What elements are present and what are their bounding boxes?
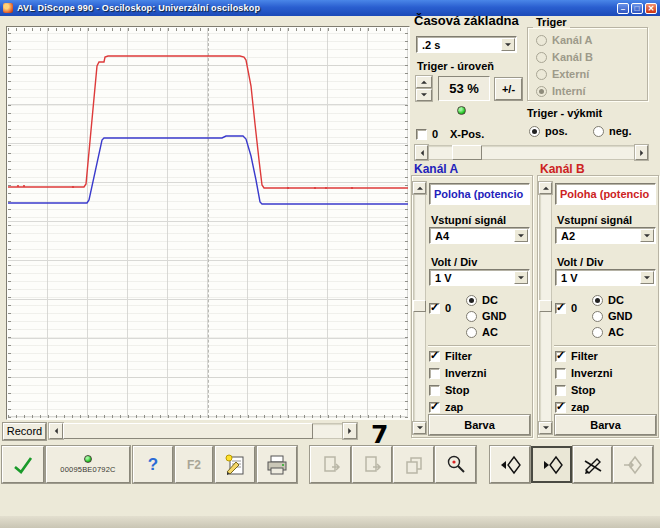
zap-checkbox[interactable] (555, 402, 566, 413)
position-up-button[interactable] (413, 182, 426, 194)
radio-dc[interactable] (466, 295, 477, 306)
radio-interni[interactable] (536, 86, 547, 97)
arrow-up-icon (543, 184, 549, 190)
radio-gnd[interactable] (466, 311, 477, 322)
device-button[interactable]: 00095BE0792C (46, 446, 130, 483)
record-scroll-right-button[interactable] (343, 423, 357, 439)
timebase-heading: Časová základna (414, 13, 519, 28)
close-button[interactable]: ✕ (645, 3, 657, 14)
barva-button[interactable]: Barva (555, 415, 656, 435)
filter-checkbox[interactable] (429, 351, 440, 362)
zap-checkbox[interactable] (429, 402, 440, 413)
input-signal-label: Vstupní signál (431, 214, 506, 226)
timebase-dropdown-button[interactable] (501, 38, 515, 51)
pencil-slash-icon (580, 453, 606, 477)
position-up-button[interactable] (539, 182, 552, 194)
help-icon: ? (148, 455, 158, 475)
radio-kanal-b-label: Kanál B (552, 51, 593, 63)
marker-right-icon (539, 453, 565, 477)
trigger-slope-toggle-button[interactable]: +/- (495, 78, 522, 100)
arrow-up-icon (417, 184, 423, 190)
print-button[interactable] (257, 446, 297, 483)
xpos-scroll-left-button[interactable] (415, 145, 428, 160)
radio-kanal-b[interactable] (536, 52, 547, 63)
radio-externi-label: Externí (552, 68, 589, 80)
xpos-zero-checkbox[interactable] (416, 129, 427, 140)
radio-neg-label: neg. (609, 125, 632, 137)
radio-dc[interactable] (592, 295, 603, 306)
xpos-scroll-thumb[interactable] (452, 145, 482, 160)
confirm-button[interactable] (2, 446, 44, 483)
marker-next-button[interactable] (531, 446, 572, 483)
record-scroll-thumb[interactable] (63, 423, 313, 439)
voltdiv-dropdown-button[interactable] (514, 271, 528, 284)
input-signal-select[interactable]: A2 (555, 227, 656, 244)
input-signal-select[interactable]: A4 (429, 227, 530, 244)
filter-checkbox[interactable] (555, 351, 566, 362)
radio-neg[interactable] (593, 126, 604, 137)
copy-pages-icon (402, 453, 426, 477)
record-button[interactable]: Record (3, 423, 46, 440)
export-2-button[interactable] (352, 446, 392, 483)
input-dropdown-button[interactable] (514, 229, 528, 242)
position-field[interactable]: Poloha (potencio (555, 183, 656, 205)
scope-display[interactable] (8, 28, 408, 418)
timebase-value: .2 s (422, 39, 499, 51)
xpos-scroll-right-button[interactable] (635, 145, 648, 160)
scope-display-frame (6, 26, 410, 420)
oscilloscope-window: AVL DiScope 990 - Osciloskop: Univerzáln… (0, 0, 660, 528)
position-down-button[interactable] (413, 422, 426, 434)
check-icon (11, 454, 35, 476)
position-slider-thumb[interactable] (413, 300, 426, 312)
stop-checkbox[interactable] (555, 385, 566, 396)
radio-ac-label: AC (482, 326, 498, 338)
radio-gnd[interactable] (592, 311, 603, 322)
position-field[interactable]: Poloha (potencio (429, 183, 530, 205)
radio-externi[interactable] (536, 69, 547, 80)
window-bottom-edge (0, 516, 660, 528)
trigger-level-down-button[interactable] (416, 89, 432, 101)
stop-checkbox[interactable] (429, 385, 440, 396)
radio-ac-label: AC (608, 326, 624, 338)
position-down-button[interactable] (539, 422, 552, 434)
marker-prev-button[interactable] (490, 446, 530, 483)
voltdiv-select[interactable]: 1 V (555, 269, 656, 286)
radio-gnd-label: GND (608, 310, 632, 322)
xpos-scrollbar[interactable] (415, 145, 648, 160)
zoom-button[interactable] (435, 446, 476, 483)
device-led-icon (84, 455, 92, 463)
voltdiv-dropdown-button[interactable] (640, 271, 654, 284)
device-id: 00095BE0792C (60, 465, 115, 474)
zero-checkbox[interactable] (429, 303, 440, 314)
radio-dc-label: DC (482, 294, 498, 306)
timebase-select[interactable]: .2 s (416, 36, 517, 53)
inverzni-checkbox[interactable] (555, 368, 566, 379)
export-1-button[interactable] (310, 446, 351, 483)
scope-traces (8, 28, 408, 418)
help-button[interactable]: ? (133, 446, 173, 483)
minimize-button[interactable]: – (617, 3, 629, 14)
input-dropdown-button[interactable] (640, 229, 654, 242)
record-scroll-left-button[interactable] (49, 423, 63, 439)
radio-kanal-a[interactable] (536, 35, 547, 46)
page-export-icon (319, 453, 343, 477)
report-button[interactable] (215, 446, 255, 483)
stop-label: Stop (445, 384, 469, 396)
voltdiv-select[interactable]: 1 V (429, 269, 530, 286)
radio-ac[interactable] (466, 327, 477, 338)
zero-checkbox[interactable] (555, 303, 566, 314)
barva-button[interactable]: Barva (429, 415, 530, 435)
zero-label: 0 (445, 302, 451, 314)
restore-button[interactable]: □ (631, 3, 643, 14)
goto-button[interactable] (613, 446, 653, 483)
inverzni-checkbox[interactable] (429, 368, 440, 379)
copy-button[interactable] (393, 446, 434, 483)
radio-ac[interactable] (592, 327, 603, 338)
radio-pos[interactable] (529, 126, 540, 137)
f2-button[interactable]: F2 (175, 446, 213, 483)
chevron-down-icon (518, 234, 524, 240)
position-slider-thumb[interactable] (539, 300, 552, 312)
no-edit-button[interactable] (573, 446, 612, 483)
trigger-level-up-button[interactable] (416, 76, 432, 88)
voltdiv-label: Volt / Div (557, 256, 603, 268)
